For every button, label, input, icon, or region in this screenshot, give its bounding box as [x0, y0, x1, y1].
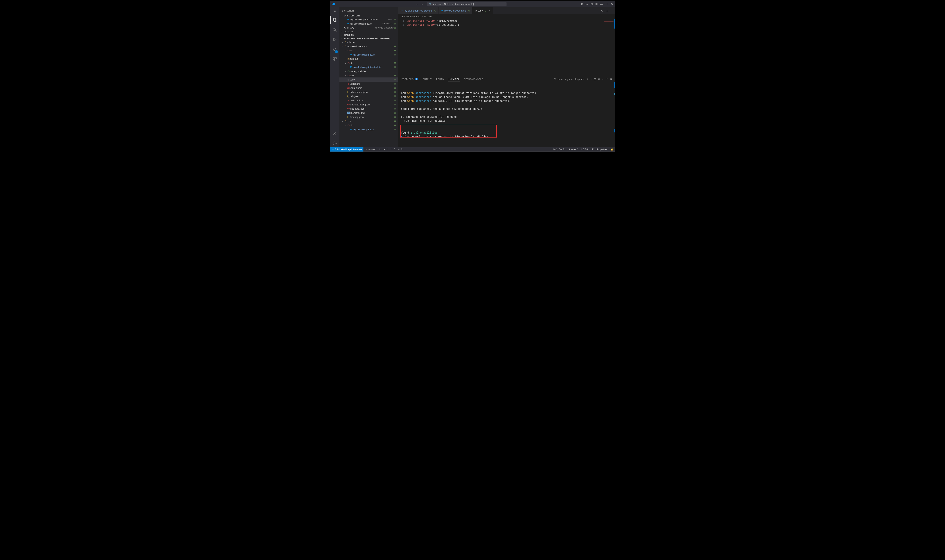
outline-section[interactable]: ›OUTLINE — [339, 30, 398, 33]
npm-icon: npm — [346, 103, 350, 106]
nav-back-button[interactable]: ← — [416, 3, 418, 6]
svg-rect-0 — [334, 18, 336, 21]
more-actions-button[interactable]: ··· — [611, 9, 613, 12]
open-editors-section[interactable]: ⌄OPEN EDITORS — [339, 14, 398, 17]
breadcrumb[interactable]: my-eks-blueprints › ⚙ .env — [398, 14, 615, 19]
panel-tab-ports[interactable]: PORTS — [436, 77, 444, 82]
file-tree-item[interactable]: ⌄🗀bin — [339, 48, 398, 52]
editor-tab[interactable]: ⚙.envU✕ — [472, 8, 493, 14]
panel-more-button[interactable]: ··· — [602, 78, 604, 80]
open-editor-item[interactable]: TSmy-eks-blueprints-stack.ts~/m...U — [339, 17, 398, 22]
status-problems[interactable]: 1 0 — [383, 148, 397, 151]
minimap[interactable] — [594, 19, 614, 27]
status-language[interactable]: Properties — [595, 148, 608, 151]
status-indent[interactable]: Spaces: 2 — [567, 148, 580, 151]
status-ports[interactable]: ᯤ0 — [397, 148, 404, 151]
file-tree-item[interactable]: ›🗀cdk.out — [339, 57, 398, 61]
status-branch[interactable]: ⎇master* — [363, 148, 378, 151]
panel-tab-problems[interactable]: PROBLEMS1 — [401, 77, 419, 82]
panel-close-button[interactable]: ✕ — [610, 78, 612, 80]
search-icon — [332, 28, 337, 32]
editor-tab[interactable]: TSmy-eks-blueprints-stack.tsU — [398, 8, 439, 14]
explorer-more-button[interactable]: ··· — [394, 10, 396, 12]
file-tree-item[interactable]: ⌄🗀bin — [339, 123, 398, 127]
status-sync[interactable]: ↻ — [378, 148, 383, 151]
file-tree-item[interactable]: TSmy-eks-blueprints.tsU — [339, 127, 398, 131]
activity-run[interactable] — [330, 36, 339, 44]
file-tree-item[interactable]: ⚙.envU — [339, 77, 398, 82]
compare-changes-icon[interactable]: ⇆ — [601, 9, 603, 12]
file-tree-item[interactable]: 🅼README.mdU — [339, 111, 398, 115]
typescript-icon: TS — [349, 54, 352, 56]
activity-source-control[interactable]: 27 — [330, 46, 339, 54]
new-terminal-button[interactable]: ＋ — [586, 77, 588, 81]
panel-tab-output[interactable]: OUTPUT — [422, 77, 432, 82]
layout-customize-icon[interactable]: ▦ — [596, 3, 598, 6]
file-tree-item[interactable]: npmpackage-lock.jsonU — [339, 102, 398, 106]
file-name: cdk.context.json — [350, 91, 394, 94]
panel-maximize-button[interactable]: ⌃ — [606, 78, 608, 80]
file-tree-item[interactable]: ⌄🗀zzz — [339, 119, 398, 123]
panel-tab-terminal[interactable]: TERMINAL — [448, 77, 460, 82]
status-encoding[interactable]: UTF-8 — [580, 148, 589, 151]
close-icon[interactable]: ✕ — [343, 26, 346, 29]
status-eol[interactable]: LF — [589, 148, 595, 151]
split-terminal-button[interactable]: ◫ — [594, 78, 596, 80]
workspace-section[interactable]: ⌄EC2-USER [SSH: EKS-BLUEPRINT-REMOTE] — [339, 37, 398, 40]
tab-label: my-eks-blueprints-stack.ts — [404, 9, 432, 12]
open-editor-item[interactable]: TSmy-eks-blueprints.ts~/my-eks-...U — [339, 22, 398, 26]
nav-forward-button[interactable]: → — [421, 3, 423, 6]
command-center[interactable]: 🔍 ec2-user [SSH: eks-blueprint-remote] — [427, 2, 506, 6]
close-icon[interactable]: ✕ — [489, 9, 491, 12]
terminal-name[interactable]: bash - my-eks-blueprints — [558, 78, 584, 80]
layout-sidebar-right-icon[interactable]: ◨ — [590, 3, 593, 6]
activity-search[interactable] — [330, 26, 339, 34]
file-tree-item[interactable]: npm.npmignoreU — [339, 86, 398, 90]
editor-tab[interactable]: TSmy-eks-blueprints.tsU — [439, 8, 472, 14]
split-editor-icon[interactable]: ◫ — [606, 9, 608, 12]
file-tree-item[interactable]: ◆.gitignoreU — [339, 82, 398, 86]
status-cursor-pos[interactable]: Ln 2, Col 34 — [551, 148, 567, 151]
activity-accounts[interactable] — [330, 129, 339, 137]
activity-extensions[interactable] — [330, 55, 339, 63]
file-name: .env — [350, 78, 394, 81]
file-tree-item[interactable]: {}tsconfig.jsonU — [339, 115, 398, 119]
window-maximize-button[interactable]: ☐ — [606, 3, 608, 6]
file-tree-item[interactable]: TSmy-eks-blueprints-stack.tsU — [339, 65, 398, 69]
file-tree-item[interactable]: ›🗀node_modules — [339, 69, 398, 73]
activity-bar: ≡ 27 — [330, 8, 339, 148]
terminal[interactable]: npm warn deprecated rimraf@3.0.2: Rimraf… — [398, 82, 615, 138]
open-editor-item[interactable]: ✕⚙.env~/my-eks-blueprintsU — [339, 26, 398, 30]
file-tree-item[interactable]: {}cdk.jsonU — [339, 94, 398, 98]
menu-button[interactable]: ≡ — [330, 9, 339, 14]
file-path: ~/my-eks-blueprints — [374, 26, 394, 29]
file-tree-item[interactable]: ›🗀cdk.out — [339, 40, 398, 44]
kill-terminal-button[interactable]: 🗑 — [598, 78, 600, 80]
window-minimize-button[interactable]: — — [600, 3, 603, 6]
file-tree-item[interactable]: TSmy-eks-blueprints.tsU — [339, 52, 398, 57]
typescript-icon: TS — [346, 18, 349, 21]
typescript-icon: TS — [349, 128, 352, 131]
file-tree-item[interactable]: {}cdk.context.jsonU — [339, 90, 398, 94]
terminal-dropdown-icon[interactable]: ⌄ — [591, 78, 592, 80]
file-tree-item[interactable]: ⌁jest.config.jsU — [339, 98, 398, 102]
activity-settings[interactable] — [330, 139, 339, 148]
code-editor[interactable]: 1CDK_DEFAULT_ACCOUNT=8913770696262CDK_DE… — [398, 19, 615, 76]
tab-label: my-eks-blueprints.ts — [444, 9, 466, 12]
file-tree-item[interactable]: ⌄🗀lib — [339, 61, 398, 65]
window-close-button[interactable]: ✕ — [611, 3, 614, 6]
activity-explorer[interactable] — [330, 16, 339, 24]
file-tree-item[interactable]: ⌄🗀my-eks-blueprints — [339, 44, 398, 48]
layout-sidebar-left-icon[interactable]: ◧ — [580, 3, 583, 6]
status-remote[interactable]: ⇋SSH: eks-blueprint-remote — [330, 148, 363, 152]
file-tree-item[interactable]: npmpackage.jsonU — [339, 106, 398, 111]
status-notifications[interactable]: 🔔 — [609, 148, 615, 151]
git-status: U — [394, 99, 397, 102]
panel-tab-debug-console[interactable]: DEBUG CONSOLE — [463, 77, 483, 82]
file-tree-item[interactable]: ›🗀test — [339, 73, 398, 77]
layout-panel-icon[interactable]: ▭ — [585, 3, 588, 6]
file-name: jest.config.js — [350, 99, 394, 102]
file-name: tsconfig.json — [350, 115, 394, 118]
tab-label: .env — [478, 9, 483, 12]
timeline-section[interactable]: ›TIMELINE — [339, 33, 398, 37]
